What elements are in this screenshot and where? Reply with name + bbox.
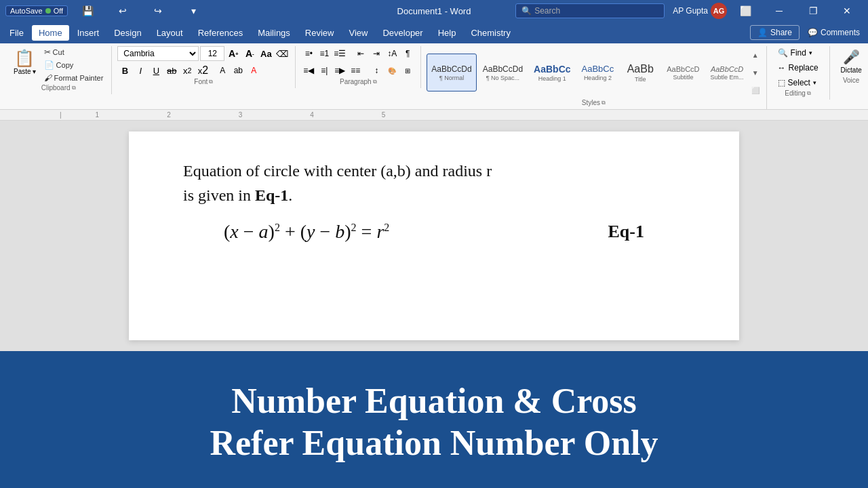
numbering-button[interactable]: ≡1 <box>317 46 332 61</box>
menu-right-actions: 👤 Share 💬 Comments <box>750 25 865 40</box>
menu-review[interactable]: Review <box>298 25 341 41</box>
justify-button[interactable]: ≡≡ <box>348 63 363 78</box>
menu-references[interactable]: References <box>191 25 250 41</box>
replace-button[interactable]: ↔ Replace <box>772 61 824 75</box>
font-name-selector[interactable]: Cambria <box>117 46 199 61</box>
minimize-button[interactable]: ─ <box>764 0 795 22</box>
doc-title: Document1 - Word <box>397 6 471 16</box>
copy-button[interactable]: 📄 Copy <box>41 59 106 71</box>
increase-indent-button[interactable]: ⇥ <box>369 46 384 61</box>
line-spacing-button[interactable]: ↕ <box>369 63 384 78</box>
style-heading1[interactable]: AaBbCc Heading 1 <box>529 54 575 92</box>
ruler: | 1 2 3 4 5 <box>0 110 868 121</box>
microphone-icon: 🎤 <box>843 49 860 65</box>
document-page[interactable]: Equation of circle with center (a,b) and… <box>129 131 739 340</box>
superscript-button[interactable]: x2 <box>195 63 210 78</box>
style-title-label: Title <box>635 76 646 83</box>
ribbon-display-button[interactable]: ⬜ <box>730 0 761 22</box>
comments-button[interactable]: 💬 Comments <box>802 26 865 39</box>
dictate-button[interactable]: 🎤 Dictate <box>835 46 867 77</box>
show-formatting-button[interactable]: ¶ <box>400 46 415 61</box>
document-text-paragraph: Equation of circle with center (a,b) and… <box>183 159 685 207</box>
style-subtle-em-preview: AaBbCcD <box>711 65 743 73</box>
styles-expand-button[interactable]: ⬜ <box>750 81 761 99</box>
paste-icon: 📋 <box>14 49 35 68</box>
equation-formula: (x − a)2 + (y − b)2 = r2 <box>224 221 389 243</box>
style-title[interactable]: AaBb Title <box>620 54 660 92</box>
style-heading1-label: Heading 1 <box>538 75 566 82</box>
paste-dropdown-icon: ▾ <box>33 68 36 75</box>
cut-button[interactable]: ✂ Cut <box>41 46 106 58</box>
italic-button[interactable]: I <box>133 63 148 78</box>
menu-design[interactable]: Design <box>107 25 148 41</box>
style-subtitle[interactable]: AaBbCcD Subtitle <box>662 54 704 92</box>
restore-button[interactable]: ❐ <box>797 0 829 22</box>
menu-help[interactable]: Help <box>431 25 463 41</box>
undo-button[interactable]: ↩ <box>107 0 138 22</box>
font-color-button[interactable]: A <box>215 63 230 78</box>
styles-scroll-up[interactable]: ▲ <box>750 46 761 64</box>
save-button[interactable]: 💾 <box>72 0 103 22</box>
title-search[interactable]: 🔍 Search <box>515 3 665 18</box>
select-button[interactable]: ⬚ Select ▾ <box>772 76 822 89</box>
bold-button[interactable]: B <box>117 63 132 78</box>
paste-button[interactable]: 📋 Paste ▾ <box>11 46 39 78</box>
style-heading2[interactable]: AaBbCc Heading 2 <box>577 54 619 92</box>
multilevel-button[interactable]: ≡☰ <box>332 46 347 61</box>
autosave-badge[interactable]: AutoSave Off <box>5 5 68 16</box>
doc-text-line1: Equation of circle with center (a,b) and… <box>183 162 492 180</box>
subscript-button[interactable]: x2 <box>180 63 195 78</box>
menu-view[interactable]: View <box>342 25 374 41</box>
menu-developer[interactable]: Developer <box>376 25 429 41</box>
close-button[interactable]: ✕ <box>831 0 863 22</box>
share-button[interactable]: 👤 Share <box>750 25 800 40</box>
font-size-input[interactable] <box>200 46 224 61</box>
style-normal[interactable]: AaBbCcDd ¶ Normal <box>427 54 476 92</box>
voice-label-row[interactable]: Voice <box>835 77 867 84</box>
text-color-button[interactable]: A <box>246 63 261 78</box>
find-button[interactable]: 🔍 Find ▾ <box>772 46 818 60</box>
user-avatar[interactable]: AG <box>711 3 727 19</box>
paragraph-label-row[interactable]: Paragraph ⧉ <box>301 78 415 85</box>
cut-label: Cut <box>53 48 64 56</box>
styles-label: Styles <box>582 99 600 106</box>
increase-font-button[interactable]: A+ <box>226 46 241 61</box>
font-label-row[interactable]: Font ⧉ <box>117 78 290 85</box>
customize-qat-button[interactable]: ▾ <box>178 0 209 22</box>
underline-button[interactable]: U <box>149 63 163 78</box>
editing-label-row[interactable]: Editing ⧉ <box>772 89 824 97</box>
format-painter-button[interactable]: 🖌 Format Painter <box>41 72 106 84</box>
styles-label-row[interactable]: Styles ⧉ <box>427 99 760 106</box>
menu-file[interactable]: File <box>3 25 31 41</box>
styles-group: AaBbCcDd ¶ Normal AaBbCcDd ¶ No Spac... … <box>421 46 766 109</box>
menu-layout[interactable]: Layout <box>150 25 190 41</box>
change-case-button[interactable]: Aa <box>258 46 273 61</box>
highlight-color-button[interactable]: ab <box>231 63 245 78</box>
doc-text-eq-label: Eq-1 <box>255 186 288 204</box>
borders-button[interactable]: ⊞ <box>400 63 415 78</box>
strikethrough-button[interactable]: ab <box>164 63 179 78</box>
align-center-button[interactable]: ≡| <box>317 63 332 78</box>
paragraph-group: ≡• ≡1 ≡☰ ⇤ ⇥ ↕A ¶ ≡◀ ≡| ≡▶ ≡≡ ↕ 🎨 <box>296 46 421 88</box>
clear-formatting-button[interactable]: ⌫ <box>275 46 290 61</box>
menu-home[interactable]: Home <box>32 25 69 41</box>
menu-mailings[interactable]: Mailings <box>251 25 297 41</box>
menu-chemistry[interactable]: Chemistry <box>464 25 517 41</box>
align-left-button[interactable]: ≡◀ <box>301 63 316 78</box>
menu-insert[interactable]: Insert <box>71 25 106 41</box>
style-no-spacing[interactable]: AaBbCcDd ¶ No Spac... <box>478 54 528 92</box>
sort-button[interactable]: ↕A <box>384 46 399 61</box>
styles-scroll-down[interactable]: ▼ <box>750 64 761 81</box>
shading-button[interactable]: 🎨 <box>384 63 399 78</box>
decrease-indent-button[interactable]: ⇤ <box>353 46 368 61</box>
clipboard-label-row[interactable]: Clipboard ⧉ <box>11 84 106 92</box>
align-right-button[interactable]: ≡▶ <box>332 63 347 78</box>
style-no-spacing-label: ¶ No Spac... <box>486 75 519 81</box>
bullets-button[interactable]: ≡• <box>301 46 316 61</box>
equation-number: Eq-1 <box>608 222 644 242</box>
editing-label: Editing <box>785 89 806 97</box>
decrease-font-button[interactable]: A- <box>242 46 257 61</box>
comments-icon: 💬 <box>808 28 818 37</box>
style-subtle-em[interactable]: AaBbCcD Subtle Em... <box>706 54 749 92</box>
redo-button[interactable]: ↪ <box>142 0 174 22</box>
